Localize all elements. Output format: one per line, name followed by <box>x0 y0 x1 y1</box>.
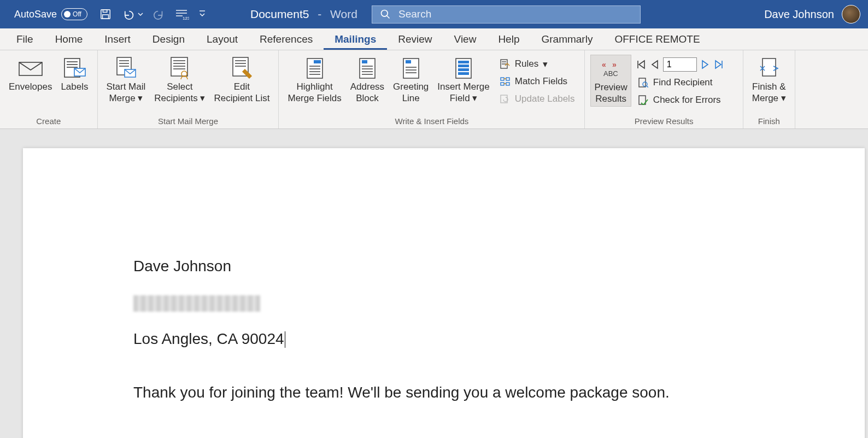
envelope-icon <box>18 56 43 81</box>
prev-record-icon[interactable] <box>650 59 660 70</box>
redo-icon[interactable] <box>153 8 165 20</box>
svg-rect-38 <box>362 60 367 63</box>
rules-button[interactable]: Rules ▾ <box>495 56 579 72</box>
highlight-merge-fields-icon <box>305 56 325 81</box>
preview-results-label: PreviewResults <box>594 81 627 105</box>
group-create-label: Create <box>5 116 92 127</box>
finish-merge-label: Finish &Merge ▾ <box>752 81 786 104</box>
next-record-icon[interactable] <box>700 59 710 70</box>
select-recipients-label: SelectRecipients ▾ <box>154 81 205 104</box>
address-block-icon <box>357 56 377 81</box>
tab-design[interactable]: Design <box>142 29 196 50</box>
highlight-merge-fields-button[interactable]: HighlightMerge Fields <box>284 55 344 106</box>
save-icon[interactable] <box>99 8 112 20</box>
group-finish: Finish &Merge ▾ Finish <box>743 50 795 129</box>
tab-office-remote[interactable]: OFFICE REMOTE <box>603 29 711 50</box>
doc-line-redacted <box>133 294 865 312</box>
envelopes-button[interactable]: Envelopes <box>5 55 55 94</box>
doc-line-name: Dave Johnson <box>133 258 865 275</box>
qat-more-icon[interactable] <box>199 10 206 19</box>
doc-line-address: Los Angles, CA 90024 <box>133 330 865 348</box>
chevron-down-icon: ▾ <box>472 92 477 104</box>
insert-merge-field-label: Insert MergeField ▾ <box>437 81 489 104</box>
group-write-insert-fields: HighlightMerge Fields AddressBlock Greet… <box>279 50 585 129</box>
insert-merge-field-button[interactable]: Insert MergeField ▾ <box>434 55 492 106</box>
avatar[interactable] <box>842 5 860 24</box>
find-recipient-button[interactable]: Find Recipient <box>634 74 737 91</box>
tab-insert[interactable]: Insert <box>93 29 142 50</box>
address-block-button[interactable]: AddressBlock <box>347 55 388 106</box>
svg-text:»: » <box>612 60 617 69</box>
match-fields-button[interactable]: Match Fields <box>495 73 579 90</box>
edit-recipient-list-icon <box>230 56 254 81</box>
greeting-line-button[interactable]: GreetingLine <box>390 55 432 106</box>
tab-layout[interactable]: Layout <box>196 29 249 50</box>
start-mail-merge-label: Start MailMerge ▾ <box>107 81 146 104</box>
chevron-down-icon: ▾ <box>543 59 548 70</box>
chevron-down-icon: ▾ <box>200 92 205 104</box>
toggle-switch[interactable]: Off <box>61 8 87 20</box>
group-write-label: Write & Insert Fields <box>284 116 579 127</box>
start-mail-merge-button[interactable]: Start MailMerge ▾ <box>103 55 149 106</box>
highlight-merge-fields-label: HighlightMerge Fields <box>288 81 341 104</box>
autosave-label: AutoSave <box>14 9 57 20</box>
record-nav <box>634 56 737 73</box>
tab-home[interactable]: Home <box>44 29 94 50</box>
svg-rect-51 <box>458 68 469 71</box>
ribbon-tabs: File Home Insert Design Layout Reference… <box>0 28 868 50</box>
find-recipient-icon <box>638 77 649 88</box>
tab-file[interactable]: File <box>5 29 44 50</box>
svg-rect-1 <box>103 10 107 13</box>
undo-icon[interactable] <box>121 8 143 20</box>
toggle-state: Off <box>73 10 81 18</box>
labels-label: Labels <box>61 81 88 92</box>
finish-merge-button[interactable]: Finish &Merge ▾ <box>749 55 789 106</box>
document-page[interactable]: Dave Johnson Los Angles, CA 90024 Thank … <box>23 148 865 438</box>
tab-references[interactable]: References <box>249 29 324 50</box>
match-fields-label: Match Fields <box>515 76 567 87</box>
user-area[interactable]: Dave Johnson <box>764 5 860 24</box>
last-record-icon[interactable] <box>713 59 724 70</box>
select-recipients-button[interactable]: SelectRecipients ▾ <box>151 55 208 106</box>
svg-rect-57 <box>506 78 509 80</box>
toggle-dot <box>64 11 71 17</box>
svg-rect-2 <box>103 15 109 19</box>
svg-text:123: 123 <box>183 16 189 20</box>
svg-rect-52 <box>458 72 469 75</box>
first-record-icon[interactable] <box>636 59 647 70</box>
greeting-line-icon <box>401 56 421 81</box>
tab-grammarly[interactable]: Grammarly <box>530 29 603 50</box>
search-input[interactable] <box>398 8 632 20</box>
group-finish-label: Finish <box>749 116 789 127</box>
tab-mailings[interactable]: Mailings <box>324 29 387 50</box>
svg-point-8 <box>382 10 388 17</box>
labels-icon <box>62 56 86 81</box>
update-labels-label: Update Labels <box>515 94 575 104</box>
editor-icon[interactable]: 123 <box>175 8 189 20</box>
check-for-errors-button[interactable]: Check for Errors <box>634 92 737 108</box>
labels-button[interactable]: Labels <box>57 55 91 94</box>
svg-rect-66 <box>639 78 646 87</box>
title-bar: AutoSave Off 123 Document5 - Word <box>0 0 868 28</box>
record-number-input[interactable] <box>663 57 697 72</box>
start-mail-merge-icon <box>114 56 138 81</box>
tab-help[interactable]: Help <box>487 29 530 50</box>
document-title: Document5 - Word <box>250 8 357 21</box>
document-name: Document5 <box>250 8 309 20</box>
chevron-down-icon: ▾ <box>138 92 143 104</box>
svg-rect-58 <box>501 83 504 85</box>
rules-label: Rules <box>515 59 538 69</box>
search-box[interactable] <box>372 5 641 24</box>
app-name: Word <box>330 8 357 20</box>
address-text: Los Angles, CA 90024 <box>133 330 284 347</box>
greeting-line-label: GreetingLine <box>393 81 429 104</box>
tab-view[interactable]: View <box>443 29 488 50</box>
edit-recipient-list-button[interactable]: EditRecipient List <box>210 55 273 106</box>
insert-merge-field-icon <box>454 56 473 81</box>
finish-merge-icon <box>758 56 780 81</box>
preview-results-button[interactable]: «»ABC PreviewResults <box>590 55 631 107</box>
chevron-down-icon: ▾ <box>781 92 786 104</box>
tab-review[interactable]: Review <box>387 29 443 50</box>
search-icon <box>380 9 391 20</box>
autosave-toggle[interactable]: AutoSave Off <box>14 8 87 20</box>
